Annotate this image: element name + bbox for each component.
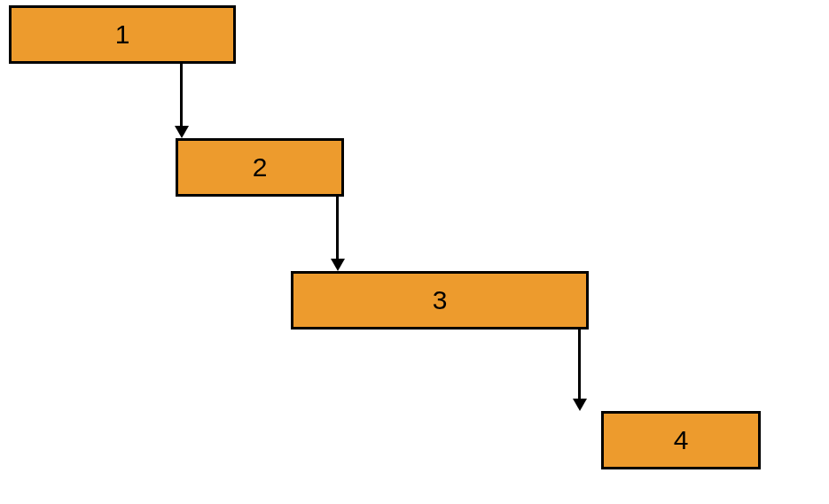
node-1: 1 [9,5,236,64]
arrow-2-to-3-line [336,197,339,260]
arrow-3-to-4-line [578,330,581,400]
node-3-label: 3 [433,285,448,315]
arrow-3-to-4-head [573,399,587,411]
node-1-label: 1 [115,19,130,50]
node-4-label: 4 [674,425,689,455]
node-2: 2 [176,138,344,197]
node-2-label: 2 [253,152,268,182]
arrow-1-to-2-head [175,126,189,138]
node-3: 3 [291,271,589,330]
arrow-2-to-3-head [331,259,345,271]
node-4: 4 [601,411,761,469]
diagram-canvas: 1 2 3 4 [0,0,829,504]
arrow-1-to-2-line [180,64,183,128]
